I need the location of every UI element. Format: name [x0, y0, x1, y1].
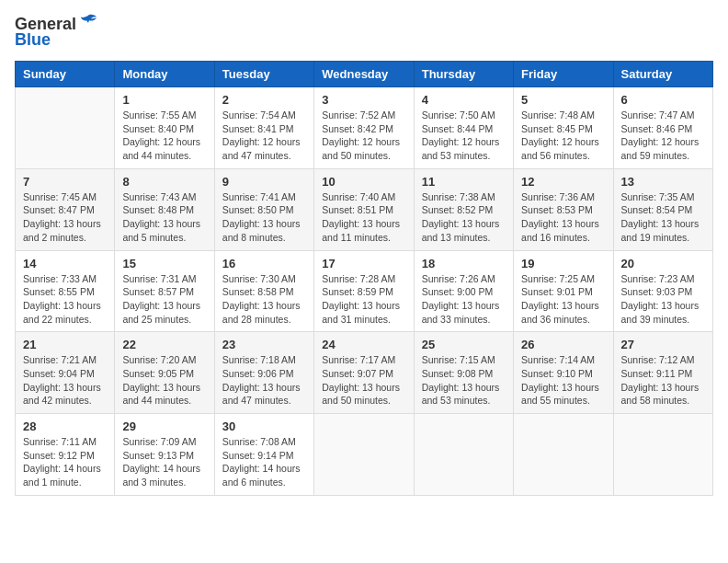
day-number: 7 [23, 175, 107, 189]
calendar-cell: 14Sunrise: 7:33 AMSunset: 8:55 PMDayligh… [16, 250, 115, 332]
calendar-cell [514, 414, 613, 496]
day-number: 21 [23, 338, 107, 351]
day-info: Sunrise: 7:26 AMSunset: 9:00 PMDaylight:… [422, 272, 506, 327]
day-number: 15 [122, 257, 206, 270]
calendar-cell: 17Sunrise: 7:28 AMSunset: 8:59 PMDayligh… [314, 250, 414, 332]
day-number: 22 [122, 338, 206, 351]
day-info: Sunrise: 7:15 AMSunset: 9:08 PMDaylight:… [422, 353, 506, 408]
day-number: 16 [222, 257, 306, 270]
day-info: Sunrise: 7:11 AMSunset: 9:12 PMDaylight:… [23, 435, 107, 489]
day-number: 1 [122, 93, 206, 107]
calendar-cell: 1Sunrise: 7:55 AMSunset: 8:40 PMDaylight… [115, 87, 214, 169]
day-info: Sunrise: 7:12 AMSunset: 9:11 PMDaylight:… [621, 353, 705, 408]
day-number: 24 [322, 338, 405, 351]
weekday-header-thursday: Thursday [414, 62, 513, 87]
day-info: Sunrise: 7:14 AMSunset: 9:10 PMDaylight:… [521, 353, 605, 408]
calendar-cell: 12Sunrise: 7:36 AMSunset: 8:53 PMDayligh… [514, 168, 613, 250]
day-number: 29 [122, 419, 206, 433]
calendar-cell: 28Sunrise: 7:11 AMSunset: 9:12 PMDayligh… [16, 414, 115, 496]
day-info: Sunrise: 7:48 AMSunset: 8:45 PMDaylight:… [521, 109, 605, 163]
calendar-cell: 5Sunrise: 7:48 AMSunset: 8:45 PMDaylight… [514, 87, 613, 169]
day-info: Sunrise: 7:50 AMSunset: 8:44 PMDaylight:… [422, 109, 506, 163]
calendar-week-row: 21Sunrise: 7:21 AMSunset: 9:04 PMDayligh… [16, 332, 713, 414]
calendar-cell [314, 414, 414, 496]
day-number: 26 [521, 338, 605, 351]
day-info: Sunrise: 7:18 AMSunset: 9:06 PMDaylight:… [222, 353, 306, 408]
calendar-cell: 3Sunrise: 7:52 AMSunset: 8:42 PMDaylight… [314, 87, 414, 169]
calendar-cell: 8Sunrise: 7:43 AMSunset: 8:48 PMDaylight… [115, 168, 214, 250]
calendar-cell: 13Sunrise: 7:35 AMSunset: 8:54 PMDayligh… [613, 168, 712, 250]
weekday-header-tuesday: Tuesday [214, 62, 313, 87]
calendar-cell: 21Sunrise: 7:21 AMSunset: 9:04 PMDayligh… [16, 332, 115, 414]
calendar-cell: 9Sunrise: 7:41 AMSunset: 8:50 PMDaylight… [214, 168, 313, 250]
day-info: Sunrise: 7:40 AMSunset: 8:51 PMDaylight:… [322, 190, 405, 245]
day-number: 4 [422, 93, 506, 107]
calendar-cell: 4Sunrise: 7:50 AMSunset: 8:44 PMDaylight… [414, 87, 513, 169]
day-info: Sunrise: 7:23 AMSunset: 9:03 PMDaylight:… [621, 272, 705, 327]
day-info: Sunrise: 7:45 AMSunset: 8:47 PMDaylight:… [23, 190, 107, 245]
day-number: 28 [23, 419, 107, 433]
day-number: 20 [621, 257, 705, 270]
day-number: 13 [621, 175, 705, 189]
calendar-cell [414, 414, 513, 496]
day-number: 9 [222, 175, 306, 189]
day-info: Sunrise: 7:36 AMSunset: 8:53 PMDaylight:… [521, 190, 605, 245]
calendar-week-row: 7Sunrise: 7:45 AMSunset: 8:47 PMDaylight… [16, 168, 713, 250]
day-number: 17 [322, 257, 405, 270]
day-number: 8 [122, 175, 206, 189]
calendar-cell: 22Sunrise: 7:20 AMSunset: 9:05 PMDayligh… [115, 332, 214, 414]
day-number: 27 [621, 338, 705, 351]
day-info: Sunrise: 7:38 AMSunset: 8:52 PMDaylight:… [422, 190, 506, 245]
day-info: Sunrise: 7:08 AMSunset: 9:14 PMDaylight:… [222, 435, 306, 489]
calendar-cell: 23Sunrise: 7:18 AMSunset: 9:06 PMDayligh… [214, 332, 313, 414]
day-info: Sunrise: 7:33 AMSunset: 8:55 PMDaylight:… [23, 272, 107, 327]
day-info: Sunrise: 7:25 AMSunset: 9:01 PMDaylight:… [521, 272, 605, 327]
calendar-cell: 10Sunrise: 7:40 AMSunset: 8:51 PMDayligh… [314, 168, 414, 250]
day-info: Sunrise: 7:09 AMSunset: 9:13 PMDaylight:… [122, 435, 206, 489]
logo-bird-icon [78, 13, 98, 33]
calendar-table: SundayMondayTuesdayWednesdayThursdayFrid… [15, 61, 713, 496]
day-number: 3 [322, 93, 405, 107]
day-info: Sunrise: 7:52 AMSunset: 8:42 PMDaylight:… [322, 109, 405, 163]
calendar-cell: 6Sunrise: 7:47 AMSunset: 8:46 PMDaylight… [613, 87, 712, 169]
day-info: Sunrise: 7:30 AMSunset: 8:58 PMDaylight:… [222, 272, 306, 327]
day-info: Sunrise: 7:55 AMSunset: 8:40 PMDaylight:… [122, 109, 206, 163]
day-number: 10 [322, 175, 405, 189]
day-number: 19 [521, 257, 605, 270]
day-info: Sunrise: 7:21 AMSunset: 9:04 PMDaylight:… [23, 353, 107, 408]
calendar-week-row: 14Sunrise: 7:33 AMSunset: 8:55 PMDayligh… [16, 250, 713, 332]
weekday-header-saturday: Saturday [613, 62, 712, 87]
day-info: Sunrise: 7:35 AMSunset: 8:54 PMDaylight:… [621, 190, 705, 245]
day-info: Sunrise: 7:54 AMSunset: 8:41 PMDaylight:… [222, 109, 306, 163]
day-number: 14 [23, 257, 107, 270]
logo: General Blue [15, 15, 98, 50]
calendar-cell: 29Sunrise: 7:09 AMSunset: 9:13 PMDayligh… [115, 414, 214, 496]
day-number: 6 [621, 93, 705, 107]
calendar-cell: 20Sunrise: 7:23 AMSunset: 9:03 PMDayligh… [613, 250, 712, 332]
calendar-cell: 15Sunrise: 7:31 AMSunset: 8:57 PMDayligh… [115, 250, 214, 332]
calendar-cell [16, 87, 115, 169]
calendar-cell: 24Sunrise: 7:17 AMSunset: 9:07 PMDayligh… [314, 332, 414, 414]
day-number: 18 [422, 257, 506, 270]
calendar-cell: 25Sunrise: 7:15 AMSunset: 9:08 PMDayligh… [414, 332, 513, 414]
day-number: 11 [422, 175, 506, 189]
day-info: Sunrise: 7:17 AMSunset: 9:07 PMDaylight:… [322, 353, 405, 408]
day-info: Sunrise: 7:43 AMSunset: 8:48 PMDaylight:… [122, 190, 206, 245]
day-number: 25 [422, 338, 506, 351]
day-number: 12 [521, 175, 605, 189]
weekday-header-monday: Monday [115, 62, 214, 87]
calendar-cell: 18Sunrise: 7:26 AMSunset: 9:00 PMDayligh… [414, 250, 513, 332]
day-info: Sunrise: 7:28 AMSunset: 8:59 PMDaylight:… [322, 272, 405, 327]
calendar-cell: 27Sunrise: 7:12 AMSunset: 9:11 PMDayligh… [613, 332, 712, 414]
calendar-cell: 2Sunrise: 7:54 AMSunset: 8:41 PMDaylight… [214, 87, 313, 169]
calendar-cell [613, 414, 712, 496]
day-info: Sunrise: 7:31 AMSunset: 8:57 PMDaylight:… [122, 272, 206, 327]
calendar-cell: 11Sunrise: 7:38 AMSunset: 8:52 PMDayligh… [414, 168, 513, 250]
header: General Blue [15, 15, 713, 50]
calendar-cell: 26Sunrise: 7:14 AMSunset: 9:10 PMDayligh… [514, 332, 613, 414]
weekday-header-wednesday: Wednesday [314, 62, 414, 87]
weekday-header-sunday: Sunday [16, 62, 115, 87]
day-number: 30 [222, 419, 306, 433]
day-number: 2 [222, 93, 306, 107]
logo-blue: Blue [15, 30, 51, 50]
